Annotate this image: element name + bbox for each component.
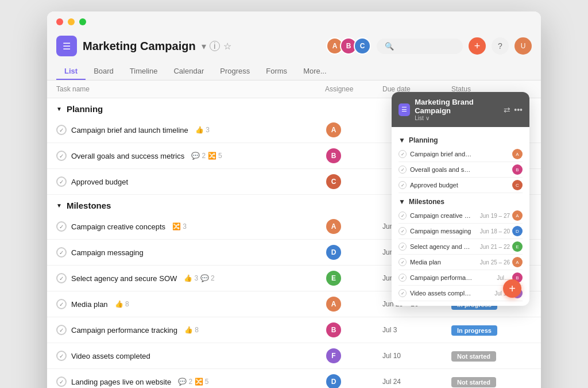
task-name-cell: ✓ Approved budget	[56, 176, 325, 187]
check-icon: ✓	[56, 377, 67, 387]
panel-task-row[interactable]: ✓ Select agency and sec… Jun 21 – 22 E	[399, 239, 523, 255]
panel-subtitle: List ∨	[415, 115, 504, 121]
tab-progress[interactable]: Progress	[212, 63, 258, 80]
tab-more[interactable]: More...	[295, 63, 334, 80]
task-name-cell: ✓ Landing pages live on website 💬 2 🔀 5	[56, 377, 325, 387]
project-icon-symbol: ☰	[63, 41, 71, 52]
panel-task-row[interactable]: ✓ Campaign brief and launch timeline A	[399, 147, 523, 162]
avatar: B	[325, 147, 342, 164]
panel-task-row[interactable]: ✓ Approved budget C	[399, 178, 523, 193]
add-button[interactable]: +	[469, 37, 486, 55]
info-icon[interactable]: i	[210, 41, 220, 51]
avatar-group: A B C	[326, 37, 371, 55]
panel-task-row[interactable]: ✓ Campaign creative con… Jun 19 – 27 A	[399, 208, 523, 224]
task-name: Campaign messaging	[71, 248, 144, 257]
avatar: A	[325, 295, 342, 313]
star-icon[interactable]: ☆	[223, 41, 231, 52]
status-badge: Not started	[451, 377, 496, 387]
col-task-name: Task name	[56, 85, 325, 93]
check-icon: ✓	[399, 274, 407, 282]
tab-list[interactable]: List	[56, 63, 86, 80]
table-row[interactable]: ✓ Video assets completed F Jul 10 Not st…	[47, 343, 541, 369]
task-meta: 👍 8	[184, 326, 199, 334]
table-row[interactable]: ✓ Landing pages live on website 💬 2 🔀 5 …	[47, 369, 541, 388]
panel-title: Marketing Brand Campaign	[415, 98, 504, 115]
task-name-cell: ✓ Select agency and secure SOW 👍 3 💬 2	[56, 273, 325, 283]
panel-task-left: ✓ Video assets completed	[399, 289, 473, 297]
task-name: Overall goals and success metrics	[71, 152, 184, 160]
panel-section-milestones: ▼ Milestones	[399, 198, 523, 206]
settings-icon[interactable]: ⇄	[504, 105, 510, 114]
assignee-cell: E	[325, 270, 382, 287]
tab-board[interactable]: Board	[86, 63, 122, 80]
task-name-cell: ✓ Overall goals and success metrics 💬 2 …	[56, 151, 325, 161]
avatar: B	[325, 321, 342, 339]
avatar: E	[512, 241, 523, 252]
avatar: A	[512, 210, 523, 221]
panel-task-name: Select agency and sec…	[410, 243, 473, 250]
help-button[interactable]: ?	[492, 37, 509, 55]
status-badge: Not started	[451, 351, 496, 362]
task-name-cell: ✓ Campaign performance tracking 👍 8	[56, 325, 325, 335]
chevron-down-icon[interactable]: ▾	[202, 41, 206, 52]
panel-header: ☰ Marketing Brand Campaign List ∨ ⇄ •••	[392, 92, 529, 127]
panel-task-row[interactable]: ✓ Campaign messaging Jun 18 – 20 D	[399, 224, 523, 239]
avatar: B	[512, 164, 523, 175]
assignee-cell: B	[325, 147, 382, 164]
panel-task-right: Jun 19 – 27 A	[480, 210, 523, 221]
section-planning-label: Planning	[67, 104, 103, 114]
panel-task-row[interactable]: ✓ Overall goals and success metrics B	[399, 162, 523, 178]
avatar: A	[325, 218, 342, 235]
assignee-cell: D	[325, 244, 382, 261]
panel-title-block: Marketing Brand Campaign List ∨	[415, 98, 504, 121]
avatar: C	[354, 37, 371, 55]
task-meta: 👍 8	[115, 300, 129, 308]
check-icon: ✓	[56, 247, 67, 258]
app-window: ☰ Marketing Campaign ▾ i ☆ A B C 🔍	[47, 11, 541, 388]
fab-add-button[interactable]: +	[503, 279, 521, 298]
panel-task-left: ✓ Campaign performance trac…	[399, 274, 473, 282]
panel-task-name: Media plan	[410, 259, 441, 266]
task-name-cell: ✓ Campaign messaging	[56, 247, 325, 258]
panel-task-right: Jun 25 – 26 A	[480, 257, 523, 267]
panel-task-name: Video assets completed	[410, 290, 473, 297]
task-name: Media plan	[71, 300, 108, 309]
task-name-cell: ✓ Media plan 👍 8	[56, 299, 325, 309]
panel-task-row[interactable]: ✓ Media plan Jun 25 – 26 A	[399, 255, 523, 270]
assignee-cell: A	[325, 121, 382, 139]
task-name: Campaign creative concepts	[71, 222, 165, 231]
panel-section-planning: ▼ Planning	[399, 136, 523, 144]
panel-task-left: ✓ Campaign creative con…	[399, 212, 473, 220]
tab-timeline[interactable]: Timeline	[122, 63, 166, 80]
avatar: D	[325, 373, 342, 388]
task-name: Campaign performance tracking	[71, 326, 177, 335]
panel-task-left: ✓ Select agency and sec…	[399, 243, 473, 251]
minimize-dot[interactable]	[68, 18, 75, 25]
task-name-cell: ✓ Video assets completed	[56, 351, 325, 361]
more-icon[interactable]: •••	[514, 105, 523, 114]
maximize-dot[interactable]	[79, 18, 86, 25]
close-dot[interactable]	[56, 18, 63, 25]
panel-date: Jun 25 – 26	[480, 259, 510, 266]
search-bar[interactable]: 🔍	[377, 39, 463, 54]
window-controls	[56, 18, 532, 25]
task-name-cell: ✓ Campaign brief and launch timeline 👍 3	[56, 125, 325, 135]
task-name-cell: ✓ Campaign creative concepts 🔀 3	[56, 221, 325, 232]
user-avatar[interactable]: U	[514, 37, 532, 55]
avatar: C	[512, 180, 523, 190]
panel-section-milestones-label: Milestones	[409, 198, 444, 206]
panel-task-left: ✓ Campaign brief and launch timeline	[399, 150, 473, 158]
app-header-left: ☰ Marketing Campaign ▾ i ☆	[56, 36, 231, 56]
assignee-cell: A	[325, 218, 382, 235]
check-icon: ✓	[56, 273, 67, 283]
check-icon: ✓	[399, 289, 407, 297]
panel-date: Jun 19 – 27	[480, 213, 510, 219]
assignee-cell: D	[325, 373, 382, 388]
header-center: A B C 🔍 + ? U	[326, 37, 532, 55]
table-row[interactable]: ✓ Campaign performance tracking 👍 8 B Ju…	[47, 317, 541, 343]
tab-calendar[interactable]: Calendar	[165, 63, 212, 80]
check-icon: ✓	[56, 151, 67, 161]
avatar: A	[512, 257, 523, 267]
chevron-down-icon: ▼	[399, 198, 405, 206]
tab-forms[interactable]: Forms	[258, 63, 295, 80]
